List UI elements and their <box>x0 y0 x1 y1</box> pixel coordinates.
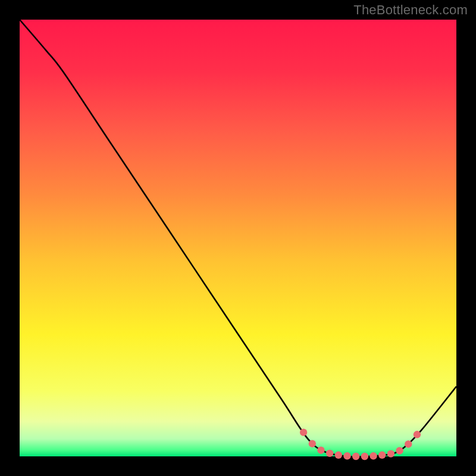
curve-dot <box>369 452 377 459</box>
curve-dot <box>396 447 403 454</box>
curve-dot <box>378 452 386 459</box>
curve-dot <box>361 453 368 460</box>
curve-dot <box>414 431 421 438</box>
watermark-text: TheBottleneck.com <box>353 2 468 18</box>
chart-frame: TheBottleneck.com <box>0 0 476 476</box>
curve-dot <box>405 440 412 447</box>
curve-dot <box>326 450 333 457</box>
bottleneck-chart <box>0 0 476 476</box>
curve-dot <box>352 453 359 460</box>
curve-dot <box>300 428 307 436</box>
curve-dot <box>387 450 394 457</box>
curve-dot <box>343 452 350 459</box>
curve-dot <box>317 447 324 454</box>
curve-dot <box>335 452 342 459</box>
chart-background <box>20 20 456 456</box>
curve-dot <box>309 440 316 447</box>
